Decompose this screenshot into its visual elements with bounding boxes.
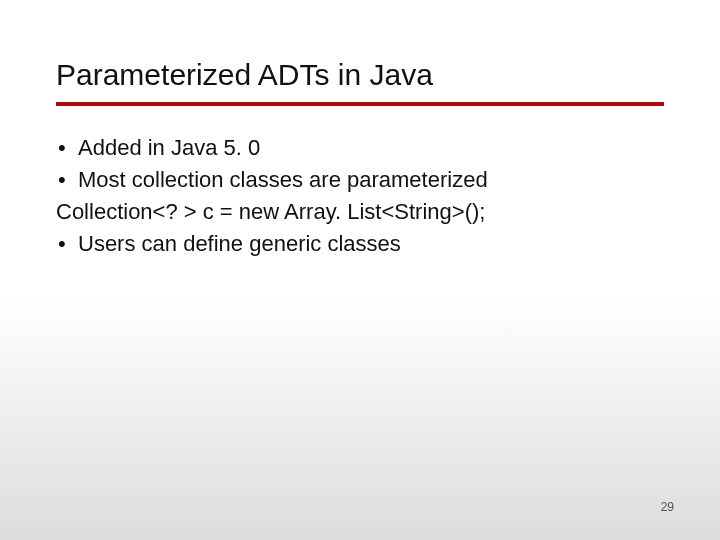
bullet-dot-icon: • xyxy=(56,132,78,164)
bullet-item: •Added in Java 5. 0 xyxy=(56,132,664,164)
bullet-dot-icon: • xyxy=(56,228,78,260)
code-line: Collection<? > c = new Array. List<Strin… xyxy=(56,196,664,228)
bullet-item: •Users can define generic classes xyxy=(56,228,664,260)
bullet-text: Users can define generic classes xyxy=(78,231,401,256)
bullet-text: Added in Java 5. 0 xyxy=(78,135,260,160)
slide-title: Parameterized ADTs in Java xyxy=(56,58,664,100)
bullet-dot-icon: • xyxy=(56,164,78,196)
code-text: Collection<? > c = new Array. List<Strin… xyxy=(56,199,485,224)
title-underline xyxy=(56,102,664,106)
bullet-text: Most collection classes are parameterize… xyxy=(78,167,488,192)
slide-body: •Added in Java 5. 0 •Most collection cla… xyxy=(56,132,664,260)
page-number: 29 xyxy=(661,500,674,514)
bullet-item: •Most collection classes are parameteriz… xyxy=(56,164,664,196)
slide: Parameterized ADTs in Java •Added in Jav… xyxy=(0,0,720,540)
